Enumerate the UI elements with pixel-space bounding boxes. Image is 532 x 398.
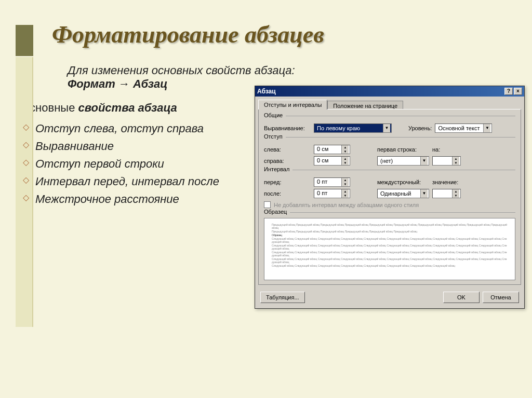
linespacing-value-value [434,189,452,198]
before-label: перед: [264,179,311,185]
first-line-value: (нет) [379,157,420,164]
arrow-icon: → [118,77,130,90]
na-label: на: [432,146,437,153]
intro-line1: Для изменения основных свойств абзаца: [68,64,516,77]
first-line-label: первая строка: [377,146,429,153]
chevron-down-icon: ▼ [483,124,490,132]
tabulation-label: Табуляция... [266,294,299,300]
cancel-button[interactable]: Отмена [483,292,519,303]
spinner-buttons[interactable]: ▲▼ [341,157,349,165]
subtitle-bold: свойства абзаца [78,101,177,114]
first-line-na-value [434,157,452,165]
help-button[interactable]: ? [504,88,513,95]
group-sample-label: Образец [264,209,290,215]
slide-title: Форматирование абзацев [52,21,516,48]
after-value: 0 пт [315,189,341,198]
list-item: Выравнивание [21,138,260,155]
list-item: Отступ слева, отступ справа [21,120,260,138]
close-button[interactable]: × [514,88,522,95]
tab-strip: Отступы и интервалы Положение на страниц… [255,97,524,109]
group-indent-label: Отступ [264,133,286,140]
intro-menu2: Абзац [133,77,167,90]
bullet-list: Отступ слева, отступ справа Выравнивание… [21,120,260,208]
chevron-down-icon: ▼ [420,157,428,165]
group-interval-label: Интервал [264,166,292,172]
after-spin[interactable]: 0 пт ▲▼ [314,189,350,198]
intro-menu1: Формат [68,77,115,90]
indent-right-spin[interactable]: 0 см ▲▼ [314,156,350,166]
align-label: Выравнивание: [264,125,311,131]
indent-left-spin[interactable]: 0 см ▲▼ [314,145,350,154]
linespacing-combo[interactable]: Одинарный ▼ [377,189,429,198]
before-value: 0 пт [315,178,341,186]
dialog-title: Абзац [257,88,503,95]
align-combo[interactable]: По левому краю ▼ [314,123,392,133]
tab-panel: Общие Выравнивание: По левому краю ▼ Уро… [258,109,521,285]
list-item: Интервал перед, интервал после [21,173,260,190]
spinner-buttons[interactable]: ▲▼ [452,157,459,165]
dialog-titlebar[interactable]: Абзац ? × [255,86,524,97]
align-value: По левому краю [315,125,383,132]
same-style-checkbox[interactable] [264,201,271,208]
list-item: Отступ первой строки [21,155,260,173]
spinner-buttons[interactable]: ▲▼ [341,189,349,198]
slide: Форматирование абзацев Для изменения осн… [0,0,532,398]
level-value: Основной текст [436,125,483,132]
after-label: после: [264,190,311,197]
level-label: Уровень: [408,125,432,131]
tab-indents[interactable]: Отступы и интервалы [258,100,327,109]
indent-left-value: 0 см [315,145,341,154]
value-label: значение: [432,179,458,185]
indent-left-label: слева: [264,146,311,153]
list-item: Межстрочное расстояние [21,190,260,208]
spinner-buttons[interactable]: ▲▼ [341,145,349,154]
paragraph-dialog: Абзац ? × Отступы и интервалы Положение … [255,86,525,309]
spinner-buttons[interactable]: ▲▼ [452,189,459,198]
accent-block-dark [16,25,33,56]
tabulation-button[interactable]: Табуляция... [260,292,305,303]
subtitle: Основные свойства абзаца [21,101,260,115]
group-general-label: Общие [264,112,286,118]
indent-right-value: 0 см [315,157,341,165]
spinner-buttons[interactable]: ▲▼ [341,178,349,186]
left-column: Основные свойства абзаца Отступ слева, о… [16,101,260,208]
chevron-down-icon: ▼ [383,124,390,132]
first-line-combo[interactable]: (нет) ▼ [377,156,429,166]
first-line-na-spin[interactable]: ▲▼ [432,156,461,166]
linespacing-value: Одинарный [379,190,420,197]
sample-preview: Предыдущий абзац Предыдущий абзац Предыд… [264,218,515,280]
linespacing-value-spin[interactable]: ▲▼ [432,189,461,198]
indent-right-label: справа: [264,158,311,164]
chevron-down-icon: ▼ [420,189,428,198]
ok-button[interactable]: OK [443,292,480,303]
linespacing-label: междустрочный: [377,179,429,185]
same-style-label: Не добавлять интервал между абзацами одн… [274,202,419,208]
level-combo[interactable]: Основной текст ▼ [435,123,492,133]
dialog-button-bar: Табуляция... OK Отмена [255,289,524,308]
before-spin[interactable]: 0 пт ▲▼ [314,177,350,187]
